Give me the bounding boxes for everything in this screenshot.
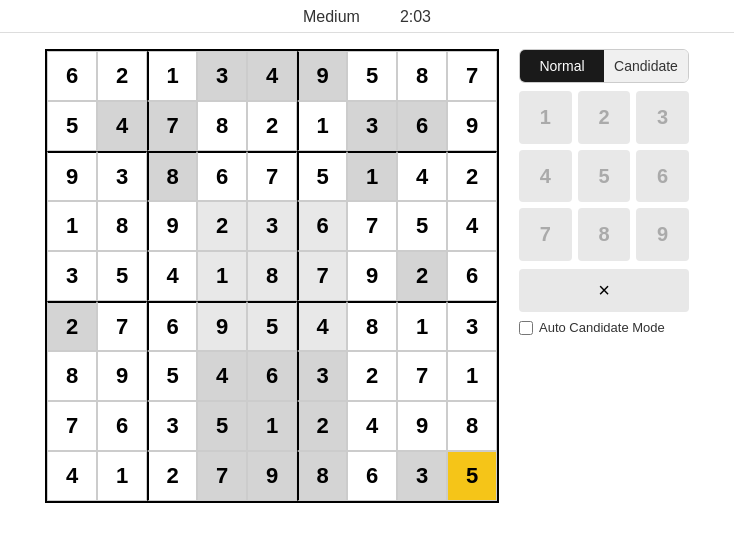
cell-r4-c2[interactable]: 8 [97, 201, 147, 251]
numpad-btn-5[interactable]: 5 [578, 150, 631, 203]
cell-r3-c3[interactable]: 8 [147, 151, 197, 201]
cell-r9-c1[interactable]: 4 [47, 451, 97, 501]
cell-r9-c4[interactable]: 7 [197, 451, 247, 501]
cell-r2-c6[interactable]: 1 [297, 101, 347, 151]
cell-r5-c7[interactable]: 9 [347, 251, 397, 301]
cell-r7-c9[interactable]: 1 [447, 351, 497, 401]
cell-r6-c1[interactable]: 2 [47, 301, 97, 351]
cell-r2-c4[interactable]: 8 [197, 101, 247, 151]
cell-r6-c9[interactable]: 3 [447, 301, 497, 351]
delete-button[interactable]: × [519, 269, 689, 312]
cell-r5-c8[interactable]: 2 [397, 251, 447, 301]
cell-r8-c4[interactable]: 5 [197, 401, 247, 451]
cell-r1-c9[interactable]: 7 [447, 51, 497, 101]
cell-r8-c9[interactable]: 8 [447, 401, 497, 451]
cell-r1-c2[interactable]: 2 [97, 51, 147, 101]
cell-r5-c4[interactable]: 1 [197, 251, 247, 301]
cell-r8-c5[interactable]: 1 [247, 401, 297, 451]
cell-r8-c3[interactable]: 3 [147, 401, 197, 451]
cell-r1-c6[interactable]: 9 [297, 51, 347, 101]
numpad-btn-3[interactable]: 3 [636, 91, 689, 144]
cell-r6-c6[interactable]: 4 [297, 301, 347, 351]
cell-r8-c1[interactable]: 7 [47, 401, 97, 451]
cell-r8-c2[interactable]: 6 [97, 401, 147, 451]
cell-r9-c6[interactable]: 8 [297, 451, 347, 501]
cell-r5-c3[interactable]: 4 [147, 251, 197, 301]
cell-r4-c4[interactable]: 2 [197, 201, 247, 251]
cell-r7-c8[interactable]: 7 [397, 351, 447, 401]
cell-r7-c6[interactable]: 3 [297, 351, 347, 401]
cell-r6-c2[interactable]: 7 [97, 301, 147, 351]
cell-r3-c7[interactable]: 1 [347, 151, 397, 201]
cell-r7-c2[interactable]: 9 [97, 351, 147, 401]
numpad-btn-2[interactable]: 2 [578, 91, 631, 144]
cell-r3-c4[interactable]: 6 [197, 151, 247, 201]
numpad-btn-1[interactable]: 1 [519, 91, 572, 144]
cell-r2-c1[interactable]: 5 [47, 101, 97, 151]
cell-r2-c3[interactable]: 7 [147, 101, 197, 151]
cell-r5-c9[interactable]: 6 [447, 251, 497, 301]
cell-r6-c3[interactable]: 6 [147, 301, 197, 351]
cell-r7-c7[interactable]: 2 [347, 351, 397, 401]
cell-r3-c9[interactable]: 2 [447, 151, 497, 201]
cell-r8-c6[interactable]: 2 [297, 401, 347, 451]
cell-r4-c1[interactable]: 1 [47, 201, 97, 251]
numpad-btn-6[interactable]: 6 [636, 150, 689, 203]
cell-r7-c3[interactable]: 5 [147, 351, 197, 401]
cell-r4-c7[interactable]: 7 [347, 201, 397, 251]
cell-r8-c8[interactable]: 9 [397, 401, 447, 451]
cell-r3-c2[interactable]: 3 [97, 151, 147, 201]
cell-r1-c7[interactable]: 5 [347, 51, 397, 101]
cell-r4-c8[interactable]: 5 [397, 201, 447, 251]
cell-r5-c1[interactable]: 3 [47, 251, 97, 301]
difficulty-label: Medium [303, 8, 360, 26]
cell-r1-c1[interactable]: 6 [47, 51, 97, 101]
cell-r3-c6[interactable]: 5 [297, 151, 347, 201]
cell-r2-c8[interactable]: 6 [397, 101, 447, 151]
cell-r9-c2[interactable]: 1 [97, 451, 147, 501]
cell-r5-c5[interactable]: 8 [247, 251, 297, 301]
cell-r1-c4[interactable]: 3 [197, 51, 247, 101]
cell-r2-c7[interactable]: 3 [347, 101, 397, 151]
cell-r2-c2[interactable]: 4 [97, 101, 147, 151]
cell-r4-c6[interactable]: 6 [297, 201, 347, 251]
numpad-btn-8[interactable]: 8 [578, 208, 631, 261]
sudoku-board[interactable]: 6213495875478213699386751421892367543541… [45, 49, 499, 503]
cell-r3-c5[interactable]: 7 [247, 151, 297, 201]
candidate-mode-button[interactable]: Candidate [604, 50, 688, 82]
cell-r7-c1[interactable]: 8 [47, 351, 97, 401]
cell-r8-c7[interactable]: 4 [347, 401, 397, 451]
cell-r6-c4[interactable]: 9 [197, 301, 247, 351]
cell-r4-c5[interactable]: 3 [247, 201, 297, 251]
cell-r2-c9[interactable]: 9 [447, 101, 497, 151]
cell-r6-c8[interactable]: 1 [397, 301, 447, 351]
cell-r9-c3[interactable]: 2 [147, 451, 197, 501]
auto-candidate-row: Auto Candidate Mode [519, 320, 689, 335]
cell-r3-c1[interactable]: 9 [47, 151, 97, 201]
cell-r3-c8[interactable]: 4 [397, 151, 447, 201]
cell-r9-c8[interactable]: 3 [397, 451, 447, 501]
cell-r1-c8[interactable]: 8 [397, 51, 447, 101]
auto-candidate-checkbox[interactable] [519, 321, 533, 335]
cell-r9-c5[interactable]: 9 [247, 451, 297, 501]
cell-r4-c9[interactable]: 4 [447, 201, 497, 251]
mode-toggle[interactable]: Normal Candidate [519, 49, 689, 83]
cell-r2-c5[interactable]: 2 [247, 101, 297, 151]
cell-r1-c3[interactable]: 1 [147, 51, 197, 101]
cell-r7-c4[interactable]: 4 [197, 351, 247, 401]
cell-r6-c7[interactable]: 8 [347, 301, 397, 351]
timer: 2:03 [400, 8, 431, 26]
numpad-btn-7[interactable]: 7 [519, 208, 572, 261]
numpad-btn-4[interactable]: 4 [519, 150, 572, 203]
cell-r5-c2[interactable]: 5 [97, 251, 147, 301]
numpad-btn-9[interactable]: 9 [636, 208, 689, 261]
numpad: 123456789 [519, 91, 689, 261]
cell-r1-c5[interactable]: 4 [247, 51, 297, 101]
cell-r6-c5[interactable]: 5 [247, 301, 297, 351]
normal-mode-button[interactable]: Normal [520, 50, 604, 82]
cell-r7-c5[interactable]: 6 [247, 351, 297, 401]
cell-r9-c9[interactable]: 5 [447, 451, 497, 501]
cell-r5-c6[interactable]: 7 [297, 251, 347, 301]
cell-r4-c3[interactable]: 9 [147, 201, 197, 251]
cell-r9-c7[interactable]: 6 [347, 451, 397, 501]
